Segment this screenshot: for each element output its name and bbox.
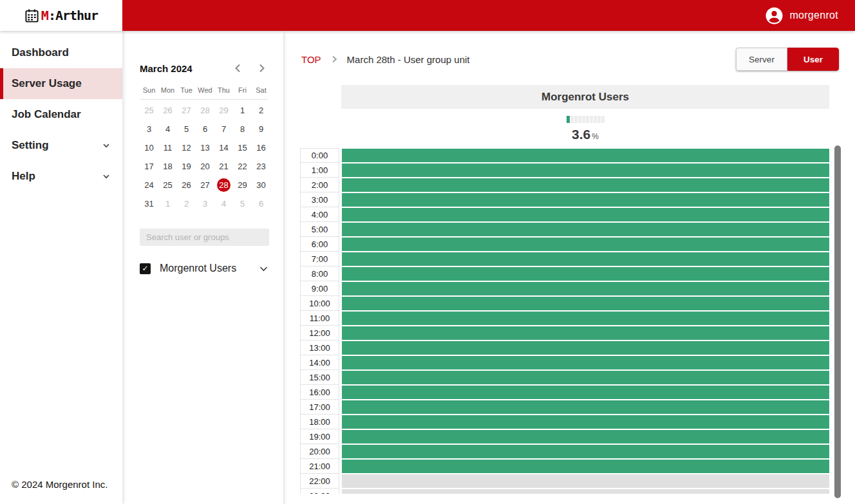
usage-bar[interactable] (342, 297, 829, 310)
progress-segment (574, 116, 578, 123)
weekday-label: Wed (196, 86, 214, 94)
calendar-day[interactable]: 8 (233, 120, 252, 138)
usage-bar[interactable] (342, 326, 829, 340)
sidebar-item-label: Setting (12, 139, 49, 152)
sidebar-item-job-calendar[interactable]: Job Calendar (0, 99, 122, 130)
calendar-day[interactable]: 14 (214, 138, 233, 157)
usage-bar[interactable] (342, 386, 829, 399)
calendar-day[interactable]: 13 (196, 138, 214, 157)
group-checkbox[interactable]: ✓ (140, 263, 151, 274)
calendar-day[interactable]: 3 (140, 120, 158, 138)
usage-bar[interactable] (342, 163, 829, 177)
calendar-day[interactable]: 18 (158, 157, 177, 176)
calendar-day[interactable]: 6 (252, 194, 270, 213)
calendar-day[interactable]: 25 (158, 176, 177, 194)
usage-bar[interactable] (342, 193, 829, 207)
weekday-label: Sun (140, 86, 158, 94)
calendar-day[interactable]: 16 (252, 138, 270, 157)
copyright-text: © 2024 Morgenrot Inc. (12, 479, 108, 490)
chart-row: 8:00 (300, 266, 829, 281)
calendar-day[interactable]: 29 (233, 176, 252, 194)
chart-row: 22:00 (300, 474, 829, 489)
app-logo[interactable]: M:Arthur (0, 0, 122, 31)
calendar-logo-icon (24, 8, 39, 23)
calendar-day[interactable]: 11 (158, 138, 177, 157)
usage-bar[interactable] (342, 445, 829, 458)
calendar-day[interactable]: 19 (177, 157, 196, 176)
usage-bar[interactable] (342, 223, 829, 236)
chevron-down-icon (102, 141, 111, 150)
calendar-day[interactable]: 4 (158, 120, 177, 138)
chart-row: 20:00 (300, 444, 829, 459)
calendar-day[interactable]: 5 (177, 120, 196, 138)
calendar-day[interactable]: 12 (177, 138, 196, 157)
usage-bar[interactable] (342, 282, 829, 295)
calendar-day[interactable]: 22 (233, 157, 252, 176)
usage-bar[interactable] (342, 400, 829, 414)
calendar-day[interactable]: 1 (233, 101, 252, 120)
calendar-day[interactable]: 17 (140, 157, 158, 176)
calendar-day[interactable]: 23 (252, 157, 270, 176)
calendar-day[interactable]: 26 (158, 101, 177, 120)
breadcrumb-top-link[interactable]: TOP (301, 54, 321, 65)
usage-bar[interactable] (342, 371, 829, 384)
usage-summary: 3.6% (341, 114, 829, 142)
calendar-day[interactable]: 5 (233, 194, 252, 213)
group-filter-label: Morgenrot Users (160, 263, 236, 274)
calendar-day[interactable]: 26 (177, 176, 196, 194)
calendar-day[interactable]: 3 (196, 194, 214, 213)
usage-bar[interactable] (342, 356, 829, 369)
usage-bar[interactable] (342, 238, 829, 251)
sidebar-item-help[interactable]: Help (0, 161, 122, 192)
usage-bar[interactable] (342, 474, 829, 488)
usage-bar[interactable] (342, 489, 829, 494)
chart-row: 7:00 (300, 252, 829, 266)
usage-bar[interactable] (342, 208, 829, 221)
usage-bar[interactable] (342, 252, 829, 266)
calendar-prev-button[interactable] (232, 62, 245, 75)
search-input[interactable] (140, 229, 269, 246)
sidebar-item-server-usage[interactable]: Server Usage (0, 68, 122, 99)
toggle-server-button[interactable]: Server (736, 48, 787, 71)
calendar-day[interactable]: 27 (177, 101, 196, 120)
calendar-day[interactable]: 9 (252, 120, 270, 138)
chevron-down-icon[interactable] (258, 263, 269, 274)
calendar-day[interactable]: 21 (214, 157, 233, 176)
calendar-day[interactable]: 29 (214, 101, 233, 120)
usage-bar[interactable] (342, 178, 829, 192)
sidebar-item-setting[interactable]: Setting (0, 130, 122, 161)
chart-row: 18:00 (300, 415, 829, 429)
usage-bar[interactable] (342, 460, 829, 473)
chart-row: 5:00 (300, 222, 829, 237)
chart-row: 12:00 (300, 326, 829, 341)
usage-bar[interactable] (342, 149, 829, 162)
user-menu[interactable]: morgenrot (766, 7, 838, 24)
time-label: 11:00 (300, 311, 339, 326)
usage-bar[interactable] (342, 312, 829, 325)
calendar-day[interactable]: 28 (196, 101, 214, 120)
calendar-day[interactable]: 2 (177, 194, 196, 213)
usage-bar[interactable] (342, 341, 829, 355)
toggle-user-button[interactable]: User (787, 48, 839, 71)
usage-bar[interactable] (342, 430, 829, 443)
calendar-day[interactable]: 24 (140, 176, 158, 194)
calendar-day[interactable]: 27 (196, 176, 214, 194)
calendar-day[interactable]: 4 (214, 194, 233, 213)
calendar-next-button[interactable] (255, 62, 268, 75)
calendar-day[interactable]: 15 (233, 138, 252, 157)
time-label: 15:00 (300, 370, 339, 385)
sidebar-item-dashboard[interactable]: Dashboard (0, 37, 122, 68)
calendar-day[interactable]: 25 (140, 101, 158, 120)
calendar-day[interactable]: 31 (140, 194, 158, 213)
calendar-day[interactable]: 6 (196, 120, 214, 138)
calendar-day[interactable]: 20 (196, 157, 214, 176)
calendar-day[interactable]: 7 (214, 120, 233, 138)
usage-bar[interactable] (342, 415, 829, 429)
calendar-day[interactable]: 2 (252, 101, 270, 120)
calendar-day[interactable]: 1 (158, 194, 177, 213)
calendar-day[interactable]: 10 (140, 138, 158, 157)
calendar-day[interactable]: 30 (252, 176, 270, 194)
usage-bar[interactable] (342, 267, 829, 281)
calendar-day[interactable]: 28 (217, 178, 230, 192)
scrollbar-thumb[interactable] (834, 145, 841, 498)
